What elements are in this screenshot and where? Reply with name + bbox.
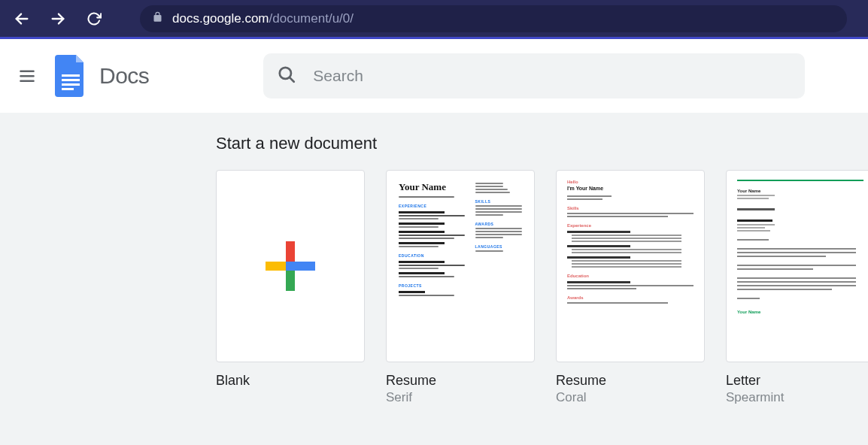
template-thumb-blank: [216, 170, 365, 362]
svg-rect-3: [20, 75, 35, 77]
template-title: Resume: [386, 373, 535, 389]
svg-rect-8: [62, 88, 74, 90]
search-icon: [277, 65, 296, 87]
url-path: /document/u/0/: [269, 11, 354, 26]
template-card-resume-serif[interactable]: Your Name Experience Education: [386, 170, 535, 405]
svg-rect-4: [20, 80, 35, 82]
template-subtitle: Spearmint: [726, 390, 868, 405]
svg-rect-12: [286, 268, 295, 291]
svg-rect-2: [20, 70, 35, 72]
back-button[interactable]: [9, 6, 35, 32]
search-input[interactable]: [313, 67, 791, 85]
template-title: Letter: [726, 373, 868, 389]
template-cards-row: Blank Your Name Experience: [216, 170, 855, 405]
template-title: Blank: [216, 373, 365, 389]
app-title: Docs: [99, 63, 149, 89]
browser-toolbar: docs.google.com/document/u/0/: [0, 0, 868, 39]
template-thumb-resume-serif: Your Name Experience Education: [386, 170, 535, 362]
template-thumb-resume-coral: Hello I'm Your Name Skills Experience: [556, 170, 705, 362]
template-subtitle: Serif: [386, 390, 535, 405]
template-card-letter-spearmint[interactable]: Your Name: [726, 170, 868, 405]
svg-rect-11: [286, 241, 295, 264]
reload-button[interactable]: [81, 6, 107, 32]
address-bar[interactable]: docs.google.com/document/u/0/: [140, 5, 847, 32]
svg-line-10: [290, 77, 294, 81]
template-subtitle: Coral: [556, 390, 705, 405]
section-title: Start a new document: [216, 134, 855, 153]
main-menu-button[interactable]: [9, 58, 45, 94]
app-header: Docs: [0, 39, 868, 113]
template-title: Resume: [556, 373, 705, 389]
template-card-resume-coral[interactable]: Hello I'm Your Name Skills Experience: [556, 170, 705, 405]
docs-logo-icon[interactable]: [54, 54, 87, 98]
svg-rect-13: [266, 262, 288, 271]
template-card-blank[interactable]: Blank: [216, 170, 365, 405]
url-host: docs.google.com: [172, 11, 269, 26]
svg-rect-15: [286, 262, 295, 271]
url-text: docs.google.com/document/u/0/: [172, 11, 354, 26]
svg-rect-7: [62, 83, 80, 86]
svg-rect-14: [293, 262, 315, 271]
svg-rect-6: [62, 79, 80, 81]
template-thumb-letter-spearmint: Your Name: [726, 170, 868, 362]
template-gallery: Start a new document Blank: [0, 113, 868, 445]
svg-rect-5: [62, 74, 80, 77]
plus-icon: [217, 171, 364, 362]
forward-button[interactable]: [45, 6, 71, 32]
lock-icon: [152, 11, 163, 26]
search-bar[interactable]: [263, 53, 805, 98]
